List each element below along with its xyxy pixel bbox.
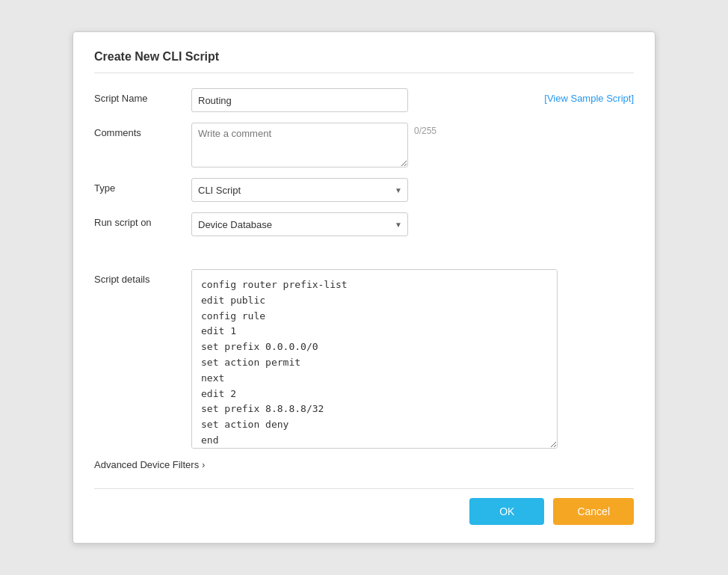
type-select-wrap: CLI Script TCL Script ▼ (191, 178, 408, 202)
script-name-input[interactable] (191, 88, 408, 112)
chevron-right-icon: › (202, 460, 205, 470)
script-details-textarea[interactable]: config router prefix-list edit public co… (191, 269, 558, 449)
ok-button[interactable]: OK (469, 498, 544, 525)
script-name-label: Script Name (94, 88, 191, 104)
advanced-device-filters[interactable]: Advanced Device Filters › (94, 459, 634, 470)
advanced-filters-label: Advanced Device Filters (94, 459, 199, 470)
cancel-button[interactable]: Cancel (553, 498, 634, 525)
comments-label: Comments (94, 123, 191, 138)
create-cli-script-dialog: Create New CLI Script Script Name [View … (73, 31, 655, 544)
dialog-title: Create New CLI Script (94, 50, 634, 73)
type-label: Type (94, 178, 191, 194)
type-select[interactable]: CLI Script TCL Script (191, 178, 408, 202)
view-sample-link[interactable]: [View Sample Script] (544, 88, 634, 104)
run-on-select[interactable]: Device Database Remote FortiGate (191, 212, 408, 236)
button-row: OK Cancel (94, 488, 634, 525)
char-count: 0/255 (414, 126, 437, 136)
run-on-label: Run script on (94, 212, 191, 228)
run-on-select-wrap: Device Database Remote FortiGate ▼ (191, 212, 408, 236)
script-details-label: Script details (94, 269, 191, 285)
comments-textarea[interactable] (191, 123, 408, 167)
